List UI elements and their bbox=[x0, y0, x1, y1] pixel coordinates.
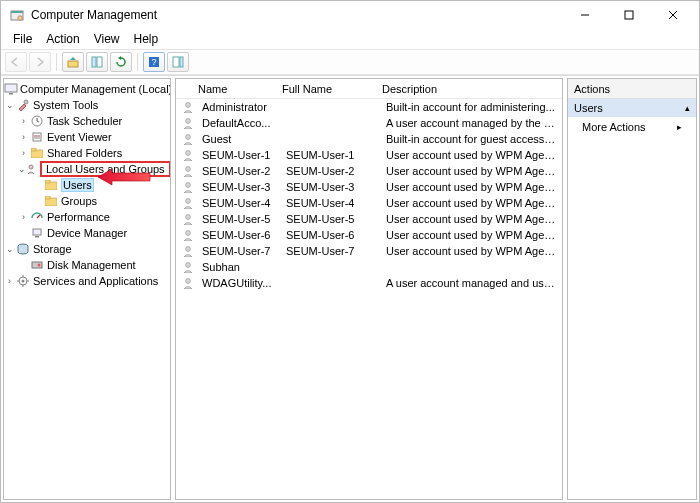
expand-icon[interactable]: › bbox=[18, 132, 29, 143]
tree-storage[interactable]: ⌄ Storage bbox=[4, 241, 170, 257]
tree-local-users-groups[interactable]: ⌄ Local Users and Groups bbox=[4, 161, 170, 177]
toolbar-refresh-button[interactable] bbox=[110, 52, 132, 72]
list-body: AdministratorBuilt-in account for admini… bbox=[176, 99, 562, 291]
user-icon bbox=[180, 164, 196, 178]
cell-name: SEUM-User-5 bbox=[196, 213, 280, 225]
list-row[interactable]: SEUM-User-2SEUM-User-2User account used … bbox=[176, 163, 562, 179]
list-row[interactable]: Subhan bbox=[176, 259, 562, 275]
tree-event-viewer[interactable]: › Event Viewer bbox=[4, 129, 170, 145]
tree-task-scheduler[interactable]: › Task Scheduler bbox=[4, 113, 170, 129]
tree-system-tools[interactable]: ⌄ System Tools bbox=[4, 97, 170, 113]
toolbar-action-pane-button[interactable] bbox=[167, 52, 189, 72]
svg-rect-31 bbox=[33, 229, 41, 235]
list-row[interactable]: SEUM-User-5SEUM-User-5User account used … bbox=[176, 211, 562, 227]
cell-name: SEUM-User-4 bbox=[196, 197, 280, 209]
services-icon bbox=[15, 274, 31, 288]
actions-more[interactable]: More Actions ▸ bbox=[568, 117, 696, 137]
svg-rect-20 bbox=[33, 133, 41, 141]
menu-action[interactable]: Action bbox=[40, 31, 85, 47]
user-icon bbox=[180, 196, 196, 210]
user-icon bbox=[180, 148, 196, 162]
menu-help[interactable]: Help bbox=[128, 31, 165, 47]
performance-icon bbox=[29, 210, 45, 224]
tree-users[interactable]: Users bbox=[4, 177, 170, 193]
list-row[interactable]: SEUM-User-6SEUM-User-6User account used … bbox=[176, 227, 562, 243]
maximize-button[interactable] bbox=[607, 1, 651, 29]
tree-root[interactable]: Computer Management (Local) bbox=[4, 81, 170, 97]
list-row[interactable]: SEUM-User-4SEUM-User-4User account used … bbox=[176, 195, 562, 211]
svg-point-52 bbox=[186, 247, 191, 252]
svg-point-48 bbox=[186, 183, 191, 188]
cell-description: User account used by WPM Agen... bbox=[380, 229, 562, 241]
tree-disk-management[interactable]: Disk Management bbox=[4, 257, 170, 273]
user-icon bbox=[180, 228, 196, 242]
svg-rect-15 bbox=[9, 93, 13, 95]
list-row[interactable]: SEUM-User-1SEUM-User-1User account used … bbox=[176, 147, 562, 163]
expand-icon[interactable]: › bbox=[18, 148, 29, 159]
list-row[interactable]: WDAGUtility...A user account managed and… bbox=[176, 275, 562, 291]
cell-name: Administrator bbox=[196, 101, 280, 113]
svg-point-53 bbox=[186, 263, 191, 268]
cell-description: User account used by WPM Agen... bbox=[380, 181, 562, 193]
cell-fullname: SEUM-User-2 bbox=[280, 165, 380, 177]
chevron-up-icon: ▴ bbox=[685, 103, 690, 113]
cell-name: SEUM-User-1 bbox=[196, 149, 280, 161]
tree-pane[interactable]: Computer Management (Local) ⌄ System Too… bbox=[3, 78, 171, 500]
tree-groups[interactable]: Groups bbox=[4, 193, 170, 209]
tree-performance[interactable]: › Performance bbox=[4, 209, 170, 225]
toolbar-show-hide-button[interactable] bbox=[86, 52, 108, 72]
collapse-icon[interactable]: ⌄ bbox=[18, 164, 26, 175]
toolbar-up-button[interactable] bbox=[62, 52, 84, 72]
list-row[interactable]: GuestBuilt-in account for guest access t… bbox=[176, 131, 562, 147]
cell-description: Built-in account for administering... bbox=[380, 101, 562, 113]
list-header: Name Full Name Description bbox=[176, 79, 562, 99]
toolbar-back-button[interactable] bbox=[5, 52, 27, 72]
tree-shared-folders[interactable]: › Shared Folders bbox=[4, 145, 170, 161]
user-icon bbox=[180, 260, 196, 274]
svg-rect-27 bbox=[45, 180, 50, 183]
menu-view[interactable]: View bbox=[88, 31, 126, 47]
tools-icon bbox=[15, 98, 31, 112]
expand-icon[interactable]: › bbox=[18, 116, 29, 127]
column-description[interactable]: Description bbox=[376, 83, 562, 95]
list-row[interactable]: AdministratorBuilt-in account for admini… bbox=[176, 99, 562, 115]
cell-name: WDAGUtility... bbox=[196, 277, 280, 289]
expand-icon[interactable]: › bbox=[4, 276, 15, 287]
svg-rect-29 bbox=[45, 196, 50, 199]
svg-point-37 bbox=[22, 280, 25, 283]
user-icon bbox=[180, 116, 196, 130]
svg-point-51 bbox=[186, 231, 191, 236]
tree-device-manager[interactable]: Device Manager bbox=[4, 225, 170, 241]
menu-file[interactable]: File bbox=[7, 31, 38, 47]
content-area: Computer Management (Local) ⌄ System Too… bbox=[1, 75, 699, 502]
collapse-icon[interactable]: ⌄ bbox=[4, 100, 15, 111]
svg-point-50 bbox=[186, 215, 191, 220]
menubar: File Action View Help bbox=[1, 29, 699, 49]
list-row[interactable]: SEUM-User-3SEUM-User-3User account used … bbox=[176, 179, 562, 195]
close-button[interactable] bbox=[651, 1, 695, 29]
toolbar-forward-button[interactable] bbox=[29, 52, 51, 72]
window-title: Computer Management bbox=[31, 8, 157, 22]
list-row[interactable]: DefaultAcco...A user account managed by … bbox=[176, 115, 562, 131]
collapse-icon[interactable]: ⌄ bbox=[4, 244, 15, 255]
storage-icon bbox=[15, 242, 31, 256]
cell-name: SEUM-User-2 bbox=[196, 165, 280, 177]
actions-section-users[interactable]: Users ▴ bbox=[568, 99, 696, 117]
toolbar-help-button[interactable]: ? bbox=[143, 52, 165, 72]
column-fullname[interactable]: Full Name bbox=[276, 83, 376, 95]
svg-rect-4 bbox=[625, 11, 633, 19]
column-name[interactable]: Name bbox=[176, 83, 276, 95]
svg-rect-1 bbox=[11, 11, 23, 13]
list-pane[interactable]: Name Full Name Description Administrator… bbox=[175, 78, 563, 500]
list-row[interactable]: SEUM-User-7SEUM-User-7User account used … bbox=[176, 243, 562, 259]
tree-services-apps[interactable]: › Services and Applications bbox=[4, 273, 170, 289]
user-icon bbox=[180, 212, 196, 226]
svg-point-44 bbox=[186, 119, 191, 124]
cell-fullname: SEUM-User-7 bbox=[280, 245, 380, 257]
minimize-button[interactable] bbox=[563, 1, 607, 29]
cell-fullname: SEUM-User-3 bbox=[280, 181, 380, 193]
event-icon bbox=[29, 130, 45, 144]
actions-header: Actions bbox=[568, 79, 696, 99]
app-icon bbox=[9, 7, 25, 23]
expand-icon[interactable]: › bbox=[18, 212, 29, 223]
